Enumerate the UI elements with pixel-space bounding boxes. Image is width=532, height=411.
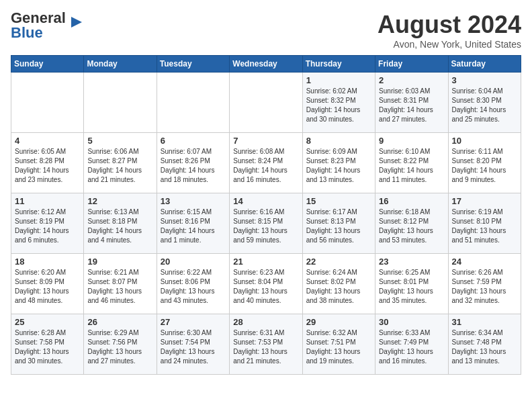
day-info: Sunrise: 6:04 AMSunset: 8:30 PMDaylight:… — [452, 87, 517, 124]
calendar-day-cell: 20Sunrise: 6:22 AMSunset: 8:06 PMDayligh… — [157, 254, 229, 314]
calendar-day-cell: 10Sunrise: 6:11 AMSunset: 8:20 PMDayligh… — [448, 133, 521, 193]
calendar-day-cell: 5Sunrise: 6:06 AMSunset: 8:27 PMDaylight… — [84, 133, 157, 193]
calendar-day-cell: 6Sunrise: 6:07 AMSunset: 8:26 PMDaylight… — [157, 133, 229, 193]
day-number: 21 — [233, 257, 298, 267]
day-number: 1 — [306, 75, 371, 85]
svg-marker-0 — [71, 17, 82, 28]
calendar-day-cell: 27Sunrise: 6:30 AMSunset: 7:54 PMDayligh… — [157, 314, 229, 375]
day-of-week-header: Friday — [375, 56, 448, 73]
day-number: 24 — [452, 257, 517, 267]
day-number: 16 — [379, 196, 444, 206]
day-number: 29 — [306, 317, 371, 327]
calendar-day-cell: 26Sunrise: 6:29 AMSunset: 7:56 PMDayligh… — [84, 314, 157, 375]
day-number: 4 — [15, 136, 80, 146]
calendar-day-cell: 8Sunrise: 6:09 AMSunset: 8:23 PMDaylight… — [302, 133, 375, 193]
day-info: Sunrise: 6:10 AMSunset: 8:22 PMDaylight:… — [379, 147, 444, 185]
day-info: Sunrise: 6:25 AMSunset: 8:01 PMDaylight:… — [379, 268, 444, 306]
day-info: Sunrise: 6:15 AMSunset: 8:16 PMDaylight:… — [161, 208, 226, 245]
day-number: 30 — [379, 317, 444, 327]
day-info: Sunrise: 6:33 AMSunset: 7:49 PMDaylight:… — [379, 328, 444, 366]
day-info: Sunrise: 6:23 AMSunset: 8:04 PMDaylight:… — [233, 268, 298, 306]
day-number: 8 — [306, 136, 371, 146]
calendar-day-cell: 16Sunrise: 6:18 AMSunset: 8:12 PMDayligh… — [375, 193, 448, 254]
day-number: 26 — [87, 317, 152, 327]
day-info: Sunrise: 6:29 AMSunset: 7:56 PMDaylight:… — [87, 328, 152, 366]
calendar-day-cell: 19Sunrise: 6:21 AMSunset: 8:07 PMDayligh… — [84, 254, 157, 314]
calendar-day-cell: 24Sunrise: 6:26 AMSunset: 7:59 PMDayligh… — [448, 254, 521, 314]
location-title: Avon, New York, United States — [378, 39, 521, 50]
calendar-day-cell: 4Sunrise: 6:05 AMSunset: 8:28 PMDaylight… — [11, 133, 84, 193]
day-info: Sunrise: 6:32 AMSunset: 7:51 PMDaylight:… — [306, 328, 371, 366]
day-info: Sunrise: 6:09 AMSunset: 8:23 PMDaylight:… — [306, 147, 371, 185]
day-info: Sunrise: 6:34 AMSunset: 7:48 PMDaylight:… — [452, 328, 517, 366]
day-of-week-header: Monday — [84, 56, 157, 73]
calendar-day-cell: 28Sunrise: 6:31 AMSunset: 7:53 PMDayligh… — [230, 314, 302, 375]
day-info: Sunrise: 6:22 AMSunset: 8:06 PMDaylight:… — [161, 268, 226, 306]
day-number: 19 — [87, 257, 152, 267]
day-number: 25 — [15, 317, 80, 327]
day-number: 10 — [452, 136, 517, 146]
day-number: 3 — [452, 75, 517, 85]
day-info: Sunrise: 6:16 AMSunset: 8:15 PMDaylight:… — [233, 208, 298, 245]
day-info: Sunrise: 6:26 AMSunset: 7:59 PMDaylight:… — [452, 268, 517, 306]
calendar-day-cell: 18Sunrise: 6:20 AMSunset: 8:09 PMDayligh… — [11, 254, 84, 314]
day-of-week-header: Saturday — [448, 56, 521, 73]
day-info: Sunrise: 6:17 AMSunset: 8:13 PMDaylight:… — [306, 208, 371, 245]
calendar-day-cell — [84, 73, 157, 133]
calendar-week-row: 4Sunrise: 6:05 AMSunset: 8:28 PMDaylight… — [11, 133, 521, 193]
day-info: Sunrise: 6:02 AMSunset: 8:32 PMDaylight:… — [306, 87, 371, 124]
month-title: August 2024 — [378, 11, 521, 39]
calendar-week-row: 1Sunrise: 6:02 AMSunset: 8:32 PMDaylight… — [11, 73, 521, 133]
day-number: 7 — [233, 136, 298, 146]
logo-text: GeneralBlue — [11, 11, 66, 40]
calendar-day-cell: 9Sunrise: 6:10 AMSunset: 8:22 PMDaylight… — [375, 133, 448, 193]
day-info: Sunrise: 6:28 AMSunset: 7:58 PMDaylight:… — [15, 328, 80, 366]
calendar-day-cell: 29Sunrise: 6:32 AMSunset: 7:51 PMDayligh… — [302, 314, 375, 375]
day-number: 17 — [452, 196, 517, 206]
calendar-day-cell — [230, 73, 302, 133]
day-of-week-header: Wednesday — [230, 56, 302, 73]
day-number: 22 — [306, 257, 371, 267]
day-info: Sunrise: 6:21 AMSunset: 8:07 PMDaylight:… — [87, 268, 152, 306]
day-info: Sunrise: 6:20 AMSunset: 8:09 PMDaylight:… — [15, 268, 80, 306]
day-of-week-header: Tuesday — [157, 56, 229, 73]
calendar-day-cell: 31Sunrise: 6:34 AMSunset: 7:48 PMDayligh… — [448, 314, 521, 375]
day-info: Sunrise: 6:05 AMSunset: 8:28 PMDaylight:… — [15, 147, 80, 185]
calendar-day-cell: 1Sunrise: 6:02 AMSunset: 8:32 PMDaylight… — [302, 73, 375, 133]
logo-arrow-icon — [69, 13, 87, 32]
calendar-day-cell: 25Sunrise: 6:28 AMSunset: 7:58 PMDayligh… — [11, 314, 84, 375]
day-number: 18 — [15, 257, 80, 267]
day-number: 11 — [15, 196, 80, 206]
calendar-table: SundayMondayTuesdayWednesdayThursdayFrid… — [11, 55, 521, 375]
calendar-day-cell: 11Sunrise: 6:12 AMSunset: 8:19 PMDayligh… — [11, 193, 84, 254]
day-number: 12 — [87, 196, 152, 206]
day-info: Sunrise: 6:31 AMSunset: 7:53 PMDaylight:… — [233, 328, 298, 366]
day-number: 2 — [379, 75, 444, 85]
page-header: GeneralBlue August 2024 Avon, New York, … — [11, 11, 521, 50]
calendar-day-cell: 2Sunrise: 6:03 AMSunset: 8:31 PMDaylight… — [375, 73, 448, 133]
day-info: Sunrise: 6:08 AMSunset: 8:24 PMDaylight:… — [233, 147, 298, 185]
day-info: Sunrise: 6:03 AMSunset: 8:31 PMDaylight:… — [379, 87, 444, 124]
calendar-day-cell: 30Sunrise: 6:33 AMSunset: 7:49 PMDayligh… — [375, 314, 448, 375]
day-info: Sunrise: 6:18 AMSunset: 8:12 PMDaylight:… — [379, 208, 444, 245]
calendar-day-cell: 22Sunrise: 6:24 AMSunset: 8:02 PMDayligh… — [302, 254, 375, 314]
calendar-day-cell: 3Sunrise: 6:04 AMSunset: 8:30 PMDaylight… — [448, 73, 521, 133]
logo: GeneralBlue — [11, 11, 87, 40]
calendar-day-cell: 7Sunrise: 6:08 AMSunset: 8:24 PMDaylight… — [230, 133, 302, 193]
calendar-day-cell — [157, 73, 229, 133]
day-number: 27 — [161, 317, 226, 327]
day-number: 15 — [306, 196, 371, 206]
calendar-day-cell: 23Sunrise: 6:25 AMSunset: 8:01 PMDayligh… — [375, 254, 448, 314]
day-info: Sunrise: 6:07 AMSunset: 8:26 PMDaylight:… — [161, 147, 226, 185]
calendar-week-row: 25Sunrise: 6:28 AMSunset: 7:58 PMDayligh… — [11, 314, 521, 375]
calendar-day-cell: 21Sunrise: 6:23 AMSunset: 8:04 PMDayligh… — [230, 254, 302, 314]
calendar-day-cell: 13Sunrise: 6:15 AMSunset: 8:16 PMDayligh… — [157, 193, 229, 254]
title-area: August 2024 Avon, New York, United State… — [378, 11, 521, 50]
day-number: 23 — [379, 257, 444, 267]
day-of-week-header: Thursday — [302, 56, 375, 73]
calendar-header-row: SundayMondayTuesdayWednesdayThursdayFrid… — [11, 56, 521, 73]
day-info: Sunrise: 6:24 AMSunset: 8:02 PMDaylight:… — [306, 268, 371, 306]
calendar-day-cell: 14Sunrise: 6:16 AMSunset: 8:15 PMDayligh… — [230, 193, 302, 254]
calendar-week-row: 11Sunrise: 6:12 AMSunset: 8:19 PMDayligh… — [11, 193, 521, 254]
day-number: 28 — [233, 317, 298, 327]
